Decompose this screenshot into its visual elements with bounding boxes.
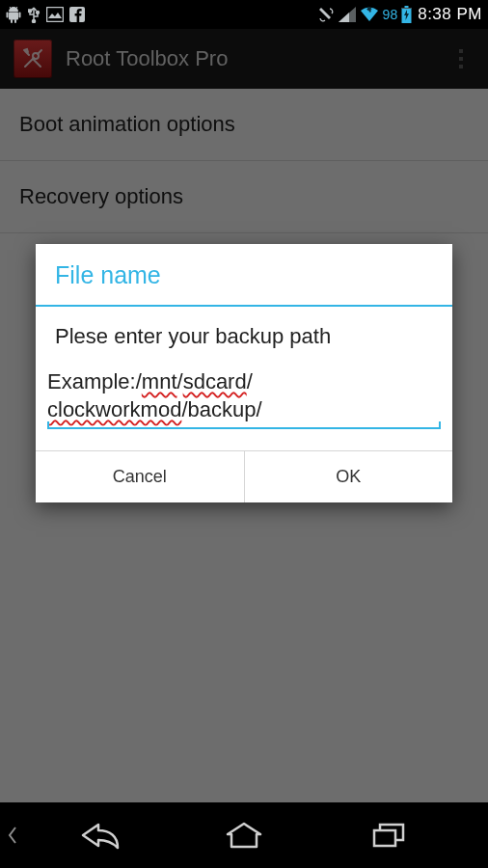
svg-line-7	[10, 7, 12, 9]
svg-rect-4	[19, 13, 21, 18]
input-text: /backup/	[181, 397, 261, 421]
svg-line-8	[16, 7, 18, 9]
status-bar: 98 8:38 PM	[0, 0, 488, 29]
back-button[interactable]	[27, 821, 172, 850]
input-text: Example:/	[47, 369, 142, 393]
svg-rect-12	[47, 8, 64, 22]
input-text: mnt	[142, 369, 177, 393]
input-text: /	[247, 369, 253, 393]
svg-rect-14	[405, 6, 409, 8]
vibrate-icon	[317, 6, 335, 23]
svg-rect-6	[14, 19, 16, 23]
input-text: sdcard	[183, 369, 247, 393]
battery-percent: 98	[383, 7, 398, 22]
navigation-bar	[0, 802, 488, 868]
picture-icon	[46, 7, 64, 22]
nav-chevron-icon[interactable]	[0, 826, 27, 845]
usb-icon	[27, 6, 41, 23]
status-clock: 8:38 PM	[418, 5, 482, 24]
svg-point-11	[37, 12, 40, 14]
dialog-title: File name	[36, 244, 452, 305]
ok-button[interactable]: OK	[244, 451, 453, 502]
svg-rect-5	[11, 19, 13, 23]
svg-rect-16	[402, 8, 412, 9]
dialog: File name Plese enter your backup path E…	[36, 244, 452, 502]
wifi-icon	[360, 7, 379, 22]
cancel-button[interactable]: Cancel	[36, 451, 244, 502]
svg-rect-10	[29, 10, 31, 12]
battery-icon	[401, 6, 412, 23]
svg-rect-18	[374, 830, 395, 846]
svg-point-9	[33, 20, 36, 23]
recent-apps-button[interactable]	[316, 821, 461, 850]
facebook-icon	[69, 7, 85, 22]
android-icon	[6, 6, 21, 23]
input-text: clockworkmod	[47, 397, 181, 421]
dialog-message: Plese enter your backup path	[36, 307, 452, 357]
signal-icon	[339, 7, 356, 22]
svg-rect-2	[9, 13, 18, 20]
backup-path-input[interactable]: Example:/mnt/sdcard/clockworkmod/backup/	[47, 368, 441, 433]
home-button[interactable]	[172, 821, 316, 850]
svg-rect-3	[7, 13, 9, 18]
